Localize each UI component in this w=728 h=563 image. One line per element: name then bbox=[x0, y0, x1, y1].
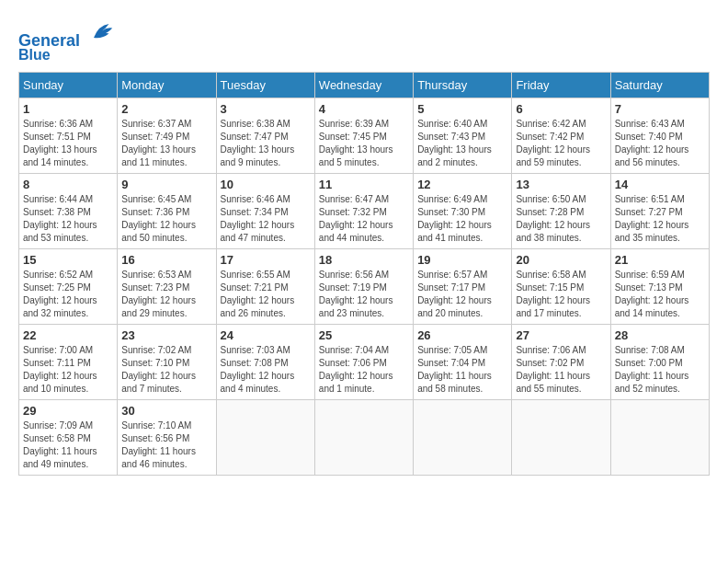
day-number: 21 bbox=[615, 253, 705, 267]
day-info: Sunrise: 6:51 AM Sunset: 7:27 PM Dayligh… bbox=[615, 193, 705, 245]
day-number: 27 bbox=[516, 328, 606, 342]
logo-text: General bbox=[18, 18, 116, 51]
day-info: Sunrise: 6:43 AM Sunset: 7:40 PM Dayligh… bbox=[615, 118, 705, 169]
day-number: 4 bbox=[319, 102, 409, 116]
day-info: Sunrise: 6:59 AM Sunset: 7:13 PM Dayligh… bbox=[615, 269, 705, 320]
day-number: 6 bbox=[516, 102, 606, 116]
empty-cell bbox=[314, 400, 413, 476]
day-info: Sunrise: 6:39 AM Sunset: 7:45 PM Dayligh… bbox=[319, 118, 409, 169]
day-number: 30 bbox=[121, 404, 211, 418]
calendar-day-15: 15Sunrise: 6:52 AM Sunset: 7:25 PM Dayli… bbox=[19, 249, 118, 325]
empty-cell bbox=[414, 400, 512, 476]
calendar-week-3: 15Sunrise: 6:52 AM Sunset: 7:25 PM Dayli… bbox=[19, 249, 710, 325]
day-info: Sunrise: 6:57 AM Sunset: 7:17 PM Dayligh… bbox=[417, 269, 507, 320]
weekday-header-monday: Monday bbox=[118, 73, 216, 98]
day-info: Sunrise: 7:04 AM Sunset: 7:06 PM Dayligh… bbox=[319, 344, 409, 396]
calendar-day-26: 26Sunrise: 7:05 AM Sunset: 7:04 PM Dayli… bbox=[414, 325, 512, 400]
calendar-day-1: 1Sunrise: 6:36 AM Sunset: 7:51 PM Daylig… bbox=[19, 98, 118, 174]
day-number: 3 bbox=[221, 102, 311, 116]
calendar-day-28: 28Sunrise: 7:08 AM Sunset: 7:00 PM Dayli… bbox=[610, 325, 709, 400]
calendar-day-11: 11Sunrise: 6:47 AM Sunset: 7:32 PM Dayli… bbox=[314, 174, 413, 249]
day-number: 18 bbox=[319, 253, 409, 267]
calendar-day-16: 16Sunrise: 6:53 AM Sunset: 7:23 PM Dayli… bbox=[118, 249, 216, 325]
calendar-day-4: 4Sunrise: 6:39 AM Sunset: 7:45 PM Daylig… bbox=[314, 98, 413, 174]
calendar-day-14: 14Sunrise: 6:51 AM Sunset: 7:27 PM Dayli… bbox=[610, 174, 709, 249]
calendar-week-4: 22Sunrise: 7:00 AM Sunset: 7:11 PM Dayli… bbox=[19, 325, 710, 400]
weekday-header-wednesday: Wednesday bbox=[314, 73, 413, 98]
logo: General Blue bbox=[18, 18, 116, 63]
day-info: Sunrise: 6:45 AM Sunset: 7:36 PM Dayligh… bbox=[121, 193, 211, 245]
day-info: Sunrise: 6:52 AM Sunset: 7:25 PM Dayligh… bbox=[23, 269, 113, 320]
day-number: 28 bbox=[615, 328, 705, 342]
day-info: Sunrise: 6:55 AM Sunset: 7:21 PM Dayligh… bbox=[221, 269, 311, 320]
day-number: 24 bbox=[221, 328, 311, 342]
day-info: Sunrise: 7:06 AM Sunset: 7:02 PM Dayligh… bbox=[516, 344, 606, 396]
day-number: 11 bbox=[319, 178, 409, 191]
calendar-day-23: 23Sunrise: 7:02 AM Sunset: 7:10 PM Dayli… bbox=[118, 325, 216, 400]
day-number: 26 bbox=[417, 328, 507, 342]
weekday-header-saturday: Saturday bbox=[610, 73, 709, 98]
calendar-day-3: 3Sunrise: 6:38 AM Sunset: 7:47 PM Daylig… bbox=[216, 98, 314, 174]
day-info: Sunrise: 6:50 AM Sunset: 7:28 PM Dayligh… bbox=[516, 193, 606, 245]
calendar-day-21: 21Sunrise: 6:59 AM Sunset: 7:13 PM Dayli… bbox=[610, 249, 709, 325]
day-info: Sunrise: 6:58 AM Sunset: 7:15 PM Dayligh… bbox=[516, 269, 606, 320]
day-info: Sunrise: 6:47 AM Sunset: 7:32 PM Dayligh… bbox=[319, 193, 409, 245]
day-number: 25 bbox=[319, 328, 409, 342]
day-number: 22 bbox=[23, 328, 113, 342]
calendar-day-17: 17Sunrise: 6:55 AM Sunset: 7:21 PM Dayli… bbox=[216, 249, 314, 325]
day-number: 2 bbox=[121, 102, 211, 116]
empty-cell bbox=[610, 400, 709, 476]
calendar-day-25: 25Sunrise: 7:04 AM Sunset: 7:06 PM Dayli… bbox=[314, 325, 413, 400]
weekday-header-thursday: Thursday bbox=[414, 73, 512, 98]
page-header: General Blue bbox=[18, 18, 710, 63]
day-number: 10 bbox=[221, 178, 311, 191]
empty-cell bbox=[512, 400, 610, 476]
day-info: Sunrise: 6:36 AM Sunset: 7:51 PM Dayligh… bbox=[23, 118, 113, 169]
weekday-header-friday: Friday bbox=[512, 73, 610, 98]
day-number: 20 bbox=[516, 253, 606, 267]
calendar-day-18: 18Sunrise: 6:56 AM Sunset: 7:19 PM Dayli… bbox=[314, 249, 413, 325]
calendar-day-13: 13Sunrise: 6:50 AM Sunset: 7:28 PM Dayli… bbox=[512, 174, 610, 249]
empty-cell bbox=[216, 400, 314, 476]
day-info: Sunrise: 6:40 AM Sunset: 7:43 PM Dayligh… bbox=[417, 118, 507, 169]
day-info: Sunrise: 7:08 AM Sunset: 7:00 PM Dayligh… bbox=[615, 344, 705, 396]
calendar-day-27: 27Sunrise: 7:06 AM Sunset: 7:02 PM Dayli… bbox=[512, 325, 610, 400]
day-info: Sunrise: 6:46 AM Sunset: 7:34 PM Dayligh… bbox=[221, 193, 311, 245]
day-info: Sunrise: 7:09 AM Sunset: 6:58 PM Dayligh… bbox=[23, 419, 113, 471]
calendar-day-2: 2Sunrise: 6:37 AM Sunset: 7:49 PM Daylig… bbox=[118, 98, 216, 174]
day-info: Sunrise: 6:44 AM Sunset: 7:38 PM Dayligh… bbox=[23, 193, 113, 245]
day-info: Sunrise: 6:38 AM Sunset: 7:47 PM Dayligh… bbox=[221, 118, 311, 169]
day-number: 15 bbox=[23, 253, 113, 267]
day-info: Sunrise: 6:49 AM Sunset: 7:30 PM Dayligh… bbox=[417, 193, 507, 245]
day-info: Sunrise: 7:10 AM Sunset: 6:56 PM Dayligh… bbox=[121, 419, 211, 471]
day-info: Sunrise: 7:02 AM Sunset: 7:10 PM Dayligh… bbox=[121, 344, 211, 396]
calendar-day-10: 10Sunrise: 6:46 AM Sunset: 7:34 PM Dayli… bbox=[216, 174, 314, 249]
weekday-header-row: SundayMondayTuesdayWednesdayThursdayFrid… bbox=[19, 73, 710, 98]
day-number: 13 bbox=[516, 178, 606, 191]
day-number: 29 bbox=[23, 404, 113, 418]
calendar-day-6: 6Sunrise: 6:42 AM Sunset: 7:42 PM Daylig… bbox=[512, 98, 610, 174]
calendar-day-12: 12Sunrise: 6:49 AM Sunset: 7:30 PM Dayli… bbox=[414, 174, 512, 249]
calendar-day-8: 8Sunrise: 6:44 AM Sunset: 7:38 PM Daylig… bbox=[19, 174, 118, 249]
calendar-day-24: 24Sunrise: 7:03 AM Sunset: 7:08 PM Dayli… bbox=[216, 325, 314, 400]
day-number: 16 bbox=[121, 253, 211, 267]
calendar-week-1: 1Sunrise: 6:36 AM Sunset: 7:51 PM Daylig… bbox=[19, 98, 710, 174]
weekday-header-sunday: Sunday bbox=[19, 73, 118, 98]
calendar-day-22: 22Sunrise: 7:00 AM Sunset: 7:11 PM Dayli… bbox=[19, 325, 118, 400]
day-info: Sunrise: 6:53 AM Sunset: 7:23 PM Dayligh… bbox=[121, 269, 211, 320]
day-number: 17 bbox=[221, 253, 311, 267]
logo-bird-icon bbox=[88, 18, 116, 46]
day-number: 19 bbox=[417, 253, 507, 267]
calendar-week-2: 8Sunrise: 6:44 AM Sunset: 7:38 PM Daylig… bbox=[19, 174, 710, 249]
calendar-day-5: 5Sunrise: 6:40 AM Sunset: 7:43 PM Daylig… bbox=[414, 98, 512, 174]
day-number: 8 bbox=[23, 178, 113, 191]
day-number: 7 bbox=[615, 102, 705, 116]
calendar-day-19: 19Sunrise: 6:57 AM Sunset: 7:17 PM Dayli… bbox=[414, 249, 512, 325]
day-number: 9 bbox=[121, 178, 211, 191]
calendar-day-9: 9Sunrise: 6:45 AM Sunset: 7:36 PM Daylig… bbox=[118, 174, 216, 249]
day-info: Sunrise: 6:56 AM Sunset: 7:19 PM Dayligh… bbox=[319, 269, 409, 320]
calendar-day-7: 7Sunrise: 6:43 AM Sunset: 7:40 PM Daylig… bbox=[610, 98, 709, 174]
calendar-day-29: 29Sunrise: 7:09 AM Sunset: 6:58 PM Dayli… bbox=[19, 400, 118, 476]
calendar-day-20: 20Sunrise: 6:58 AM Sunset: 7:15 PM Dayli… bbox=[512, 249, 610, 325]
day-number: 5 bbox=[417, 102, 507, 116]
